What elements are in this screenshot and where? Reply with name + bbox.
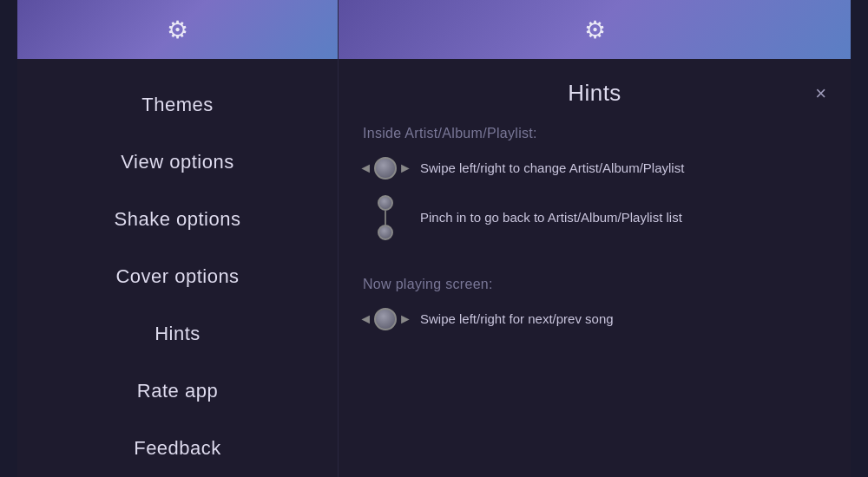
right-header: ⚙ — [339, 0, 851, 59]
menu-item-rate-app[interactable]: Rate app — [17, 363, 338, 420]
gear-icon-right[interactable]: ⚙ — [584, 16, 606, 44]
left-arrow-song-icon: ◄ — [358, 311, 372, 327]
right-arrow-song-icon: ► — [398, 311, 412, 327]
left-header: ⚙ — [17, 0, 338, 59]
left-arrow-icon: ◄ — [358, 160, 372, 176]
close-button[interactable]: × — [815, 84, 826, 103]
hint-item-swipe-song: ◄ ► Swipe left/right for next/prev song — [363, 308, 826, 330]
right-panel: ⚙ Hints × Inside Artist/Album/Playlist: … — [339, 0, 851, 477]
swipe-circle — [374, 157, 397, 180]
hint-text-swipe-artist: Swipe left/right to change Artist/Album/… — [420, 159, 826, 178]
pinch-circle-bottom — [378, 225, 393, 240]
hint-text-swipe-song: Swipe left/right for next/prev song — [420, 310, 826, 329]
pinch-icon — [363, 195, 408, 240]
menu-item-shake-options[interactable]: Shake options — [17, 191, 338, 248]
menu-item-themes[interactable]: Themes — [17, 76, 338, 134]
hints-panel: Hints × Inside Artist/Album/Playlist: ◄ … — [339, 59, 851, 477]
hint-item-pinch-back: Pinch in to go back to Artist/Album/Play… — [363, 195, 826, 240]
section-label-artist: Inside Artist/Album/Playlist: — [363, 126, 826, 141]
left-menu: Themes View options Shake options Cover … — [17, 59, 338, 477]
left-panel: ⚙ Themes View options Shake options Cove… — [17, 0, 339, 477]
pinch-line — [385, 211, 386, 225]
swipe-circle-song — [374, 308, 397, 330]
menu-item-cover-options[interactable]: Cover options — [17, 248, 338, 305]
menu-item-hints[interactable]: Hints — [17, 305, 338, 363]
hint-item-swipe-artist: ◄ ► Swipe left/right to change Artist/Al… — [363, 157, 826, 180]
hints-title-row: Hints × — [363, 80, 826, 107]
menu-item-view-options[interactable]: View options — [17, 134, 338, 191]
hints-title: Hints — [568, 80, 621, 107]
menu-item-feedback[interactable]: Feedback — [17, 420, 338, 477]
swipe-song-icon: ◄ ► — [363, 308, 408, 330]
main-container: ⚙ Themes View options Shake options Cove… — [17, 0, 851, 477]
gear-icon-left[interactable]: ⚙ — [167, 16, 188, 44]
swipe-artist-icon: ◄ ► — [363, 157, 408, 180]
section-label-now-playing: Now playing screen: — [363, 277, 826, 292]
pinch-circle-top — [378, 195, 393, 211]
hint-text-pinch-back: Pinch in to go back to Artist/Album/Play… — [420, 208, 826, 227]
right-arrow-icon: ► — [398, 160, 412, 176]
